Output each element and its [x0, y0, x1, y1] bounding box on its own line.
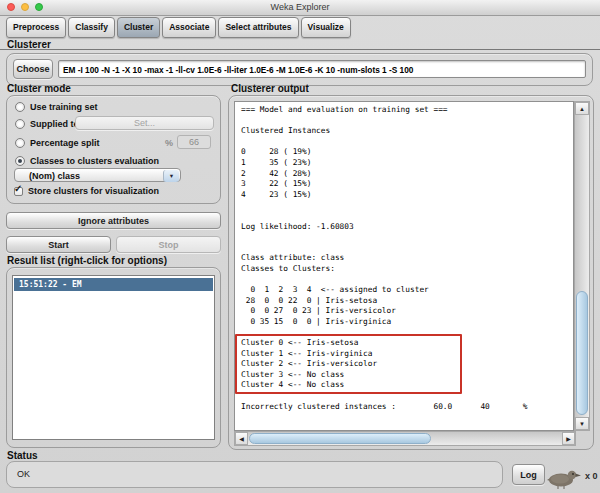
percent-sign-label: % [165, 138, 173, 148]
tab-bar: Preprocess Classify Cluster Associate Se… [6, 17, 351, 38]
radio-selected-icon [15, 156, 25, 166]
weka-bird-icon [546, 467, 582, 490]
clusterer-command-field[interactable]: EM -I 100 -N -1 -X 10 -max -1 -ll-cv 1.0… [58, 60, 586, 78]
cluster-mode-section-label: Cluster mode [7, 83, 71, 94]
status-value: OK [17, 469, 30, 479]
radio-classes-to-clusters[interactable]: Classes to clusters evaluation [15, 155, 159, 167]
start-button[interactable]: Start [6, 236, 111, 253]
scroll-up-icon[interactable]: ▲ [575, 102, 589, 115]
tab-preprocess[interactable]: Preprocess [6, 17, 66, 38]
ignore-attributes-button[interactable]: Ignore attributes [6, 212, 221, 229]
scroll-left-icon[interactable]: ◀ [235, 432, 248, 445]
weka-explorer-window: Weka Explorer Preprocess Classify Cluste… [0, 0, 600, 493]
status-box: OK [6, 461, 503, 488]
clusterer-divider [0, 49, 600, 50]
tab-classify[interactable]: Classify [68, 17, 115, 38]
vertical-scrollbar[interactable]: ▲ ▼ [574, 101, 590, 431]
radio-percentage-split[interactable]: Percentage split [15, 137, 100, 149]
window-title: Weka Explorer [0, 0, 600, 15]
chevron-down-icon: ▼ [163, 170, 179, 182]
status-section-label: Status [7, 450, 38, 461]
horizontal-scrollbar[interactable]: ◀ ▶ [234, 431, 576, 446]
set-button[interactable]: Set... [75, 116, 214, 130]
result-list[interactable]: 15:51:22 - EM [12, 275, 215, 440]
checkbox-checked-icon: ✓ [14, 187, 23, 196]
radio-icon [15, 102, 25, 112]
vertical-scroll-thumb[interactable] [576, 291, 588, 415]
result-list-section-label: Result list (right-click for options) [7, 255, 167, 266]
annotation-highlight-box [235, 334, 462, 394]
horizontal-scroll-thumb[interactable] [249, 433, 431, 444]
store-clusters-checkbox[interactable]: ✓ Store clusters for visualization [14, 185, 159, 197]
radio-icon [15, 138, 25, 148]
tab-visualize[interactable]: Visualize [301, 17, 351, 38]
tab-cluster[interactable]: Cluster [117, 17, 160, 38]
title-bar: Weka Explorer [0, 0, 600, 16]
scroll-down-icon[interactable]: ▼ [575, 417, 589, 430]
stop-button[interactable]: Stop [116, 236, 221, 253]
choose-button[interactable]: Choose [13, 59, 53, 79]
radio-use-training-set[interactable]: Use training set [15, 101, 98, 113]
tab-select-attributes[interactable]: Select attributes [218, 17, 298, 38]
tab-associate[interactable]: Associate [162, 17, 216, 38]
weka-bird-counter: x 0 [585, 471, 598, 481]
class-attribute-dropdown[interactable]: (Nom) class ▼ [14, 168, 181, 182]
radio-icon [15, 119, 25, 129]
percentage-split-field[interactable]: 66 [177, 135, 211, 149]
result-list-item[interactable]: 15:51:22 - EM [14, 278, 213, 291]
clusterer-output-section-label: Clusterer output [231, 83, 309, 94]
scroll-right-icon[interactable]: ▶ [562, 432, 575, 445]
log-button[interactable]: Log [512, 464, 545, 485]
